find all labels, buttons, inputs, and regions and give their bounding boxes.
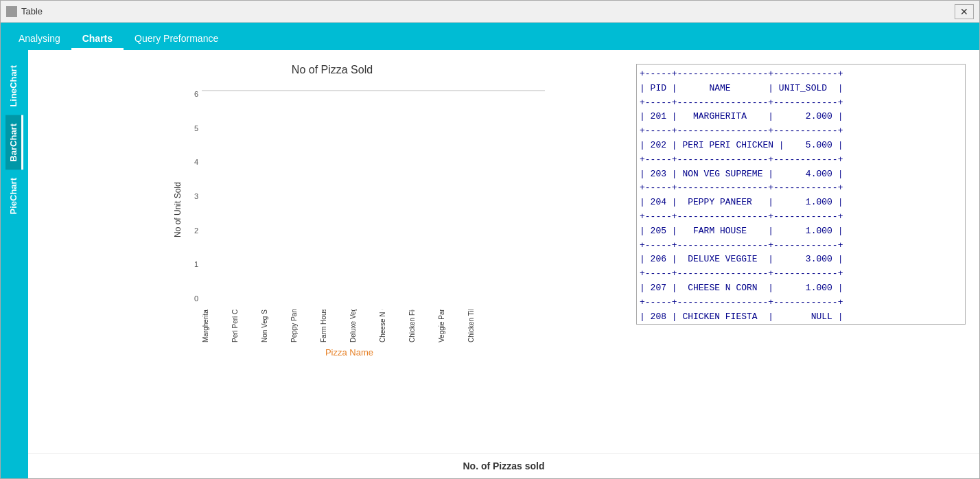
nav-bar: AnalysingChartsQuery Preformance (1, 23, 979, 50)
y-tick: 2 (181, 226, 198, 235)
table-line: +-----+-----------------+------------+ (640, 324, 962, 325)
chart-table-area: No of Pizza Sold No of Unit Sold 6543210… (28, 50, 979, 453)
y-axis-ticks: 6543210 (181, 90, 198, 303)
sidebar-item-linechart[interactable]: LineChart (5, 57, 23, 115)
sidebar-item-barchart[interactable]: BarChart (5, 115, 23, 170)
content-area: LineChartBarChartPieChart No of Pizza So… (1, 50, 979, 478)
table-line: +-----+-----------------+------------+ (640, 153, 962, 167)
y-tick: 4 (181, 158, 198, 166)
x-label: Peppy Paneer (290, 309, 320, 342)
table-line: +-----+-----------------+------------+ (640, 267, 962, 281)
close-button[interactable]: ✕ (955, 4, 974, 19)
footer: No. of Pizzas sold (28, 453, 979, 478)
nav-tab-analysing[interactable]: Analysing (8, 27, 71, 50)
table-line: +-----+-----------------+------------+ (640, 67, 962, 82)
table-line: +-----+-----------------+------------+ (640, 96, 962, 110)
chart-title: No of Pizza Sold (292, 64, 373, 76)
x-label: Cheese N Corn (379, 309, 408, 342)
footer-text: No. of Pizzas sold (463, 460, 544, 471)
table-container[interactable]: +-----+-----------------+------------+| … (636, 64, 966, 325)
table-line: | PID | NAME | UNIT_SOLD | (640, 82, 962, 96)
y-tick: 3 (181, 192, 198, 200)
table-line: | 204 | PEPPY PANEER | 1.000 | (640, 196, 962, 210)
x-label: Margherita (202, 309, 231, 342)
y-tick: 1 (181, 260, 198, 268)
nav-tab-charts[interactable]: Charts (71, 27, 124, 50)
table-line: | 203 | NON VEG SUPREME | 4.000 | (640, 167, 962, 182)
y-tick: 6 (181, 90, 198, 98)
x-label: Non Veg Supreme (261, 309, 290, 342)
x-label: Farm House (320, 309, 349, 342)
table-line: +-----+-----------------+------------+ (640, 124, 962, 139)
table-line: | 207 | CHEESE N CORN | 1.000 | (640, 281, 962, 296)
x-label: Veggie Paradise (438, 309, 467, 342)
table-line: | 206 | DELUXE VEGGIE | 3.000 | (640, 253, 962, 267)
main-window: Table ✕ AnalysingChartsQuery Preformance… (0, 0, 980, 479)
y-tick: 0 (181, 294, 198, 303)
table-line: | 205 | FARM HOUSE | 1.000 | (640, 224, 962, 239)
chart-wrapper: No of Unit Sold 6543210 Pizza Name Margh… (161, 83, 504, 358)
title-bar: Table ✕ (1, 1, 979, 23)
chart-area (202, 90, 545, 91)
table-line: +-----+-----------------+------------+ (640, 239, 962, 253)
window-icon (6, 6, 17, 17)
chart-section: No of Pizza Sold No of Unit Sold 6543210… (42, 64, 622, 439)
table-line: | 202 | PERI PERI CHICKEN | 5.000 | (640, 139, 962, 153)
x-axis-label: Pizza Name (202, 347, 497, 358)
x-label: Chicken Fiesta (408, 309, 438, 342)
window-title: Table (21, 6, 955, 16)
main-content: No of Pizza Sold No of Unit Sold 6543210… (28, 50, 979, 478)
x-label: Peri Peri Chicken (231, 309, 261, 342)
nav-tab-query-performance[interactable]: Query Preformance (124, 27, 229, 50)
table-line: +-----+-----------------+------------+ (640, 296, 962, 310)
table-line: +-----+-----------------+------------+ (640, 181, 962, 196)
sidebar-item-piechart[interactable]: PieChart (5, 170, 23, 222)
sidebar: LineChartBarChartPieChart (1, 50, 28, 478)
table-line: | 201 | MARGHERITA | 2.000 | (640, 110, 962, 124)
x-label: Chicken Tikka (467, 309, 497, 342)
x-label: Deluxe Veggie (349, 309, 379, 342)
x-labels-container: MargheritaPeri Peri ChickenNon Veg Supre… (202, 309, 497, 342)
table-line: +-----+-----------------+------------+ (640, 210, 962, 224)
table-line: | 208 | CHICKEN FIESTA | NULL | (640, 310, 962, 325)
y-tick: 5 (181, 124, 198, 132)
table-section: +-----+-----------------+------------+| … (636, 64, 966, 439)
